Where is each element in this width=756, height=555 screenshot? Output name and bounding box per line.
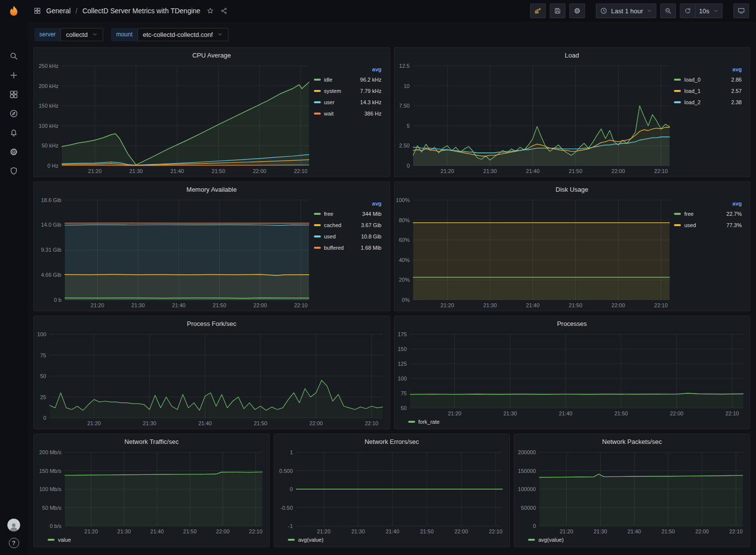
dashboard-settings-button[interactable] xyxy=(569,3,585,18)
panel-title[interactable]: Disk Usage xyxy=(556,186,588,193)
variable-server-label: server xyxy=(34,28,60,41)
panel-header[interactable]: CPU Average xyxy=(34,48,390,62)
legend-series-swatch xyxy=(314,213,321,215)
svg-text:21:30: 21:30 xyxy=(117,528,131,534)
add-panel-button[interactable] xyxy=(530,3,546,18)
panel-title[interactable]: Load xyxy=(565,52,579,59)
legend-item[interactable]: fork_rate xyxy=(408,417,440,427)
dashboard-title[interactable]: CollectD Server Metrics with TDengine xyxy=(83,7,200,15)
svg-text:0: 0 xyxy=(43,415,46,421)
panel-header[interactable]: Network Packets/sec xyxy=(514,434,750,449)
panel-header[interactable]: Processes xyxy=(394,316,750,331)
star-dashboard-button[interactable] xyxy=(206,7,214,15)
legend-series-swatch xyxy=(288,539,295,541)
panel-network-traffic: Network Traffic/sec 0 b/s50 Mb/s100 Mb/s… xyxy=(33,434,270,547)
sidebar-alerting-button[interactable] xyxy=(0,123,28,142)
legend-series-value: 1.68 Mib xyxy=(361,245,381,251)
sidebar-configuration-button[interactable] xyxy=(0,142,28,161)
legend-item[interactable]: avg(value) xyxy=(528,535,563,545)
legend-item[interactable]: cached3.67 Gib xyxy=(314,219,382,231)
time-range-picker-button[interactable]: Last 1 hour xyxy=(596,3,656,18)
legend-series-name: user xyxy=(324,99,335,105)
sidebar-explore-button[interactable] xyxy=(0,104,28,123)
panel-title[interactable]: Process Fork/sec xyxy=(187,320,236,327)
legend-series-value: 2.86 xyxy=(731,77,742,83)
user-avatar[interactable] xyxy=(7,519,20,531)
svg-text:75: 75 xyxy=(40,352,46,358)
svg-text:1: 1 xyxy=(290,449,293,455)
legend-item[interactable]: free344 Mib xyxy=(314,208,382,219)
svg-text:4.66 Gib: 4.66 Gib xyxy=(41,272,61,278)
process-fork-chart[interactable]: 025507510021:2021:3021:4021:5022:0022:10 xyxy=(35,331,387,427)
disk-usage-legend: avgfree22.7%used77.3% xyxy=(673,197,747,309)
legend-item[interactable]: used10.8 Gib xyxy=(314,231,382,242)
panel-title[interactable]: Memory Available xyxy=(187,186,237,193)
refresh-group: 10s xyxy=(680,3,723,18)
network-packets-chart[interactable]: 05000010000015000020000021:2021:3021:402… xyxy=(515,449,747,535)
variable-server-picker[interactable]: collectd xyxy=(60,28,103,41)
panel-cpu-average: CPU Average 0 Hz50 kHz100 kHz150 kHz200 … xyxy=(33,47,390,177)
save-dashboard-button[interactable] xyxy=(550,3,565,18)
refresh-interval-button[interactable]: 10s xyxy=(696,3,723,18)
legend-item[interactable]: load_22.38 xyxy=(674,96,742,108)
panel-header[interactable]: Network Traffic/sec xyxy=(34,434,269,449)
legend-item[interactable]: avg(value) xyxy=(288,535,323,545)
variable-mount-picker[interactable]: etc-collectd-collectd.conf xyxy=(138,28,228,41)
help-button[interactable]: ? xyxy=(9,538,19,548)
svg-text:60%: 60% xyxy=(398,237,409,243)
panel-header[interactable]: Disk Usage xyxy=(394,182,750,197)
panel-header[interactable]: Load xyxy=(394,48,750,62)
variable-mount-label: mount xyxy=(111,28,137,41)
svg-text:21:30: 21:30 xyxy=(483,168,497,174)
load-legend: avgload_02.86load_12.57load_22.38 xyxy=(673,62,747,175)
legend-item[interactable]: wait386 Hz xyxy=(314,108,382,119)
svg-text:0%: 0% xyxy=(402,297,410,303)
legend-item[interactable]: used77.3% xyxy=(674,219,742,231)
zoom-out-time-button[interactable] xyxy=(660,3,676,18)
legend-series-swatch xyxy=(528,539,535,541)
legend-series-value: 2.38 xyxy=(731,99,742,105)
sidebar-search-button[interactable] xyxy=(0,46,28,65)
legend-item[interactable]: free22.7% xyxy=(674,208,742,219)
legend-item[interactable]: user14.3 kHz xyxy=(314,96,382,108)
sidebar-server-admin-button[interactable] xyxy=(0,161,28,180)
svg-text:250 kHz: 250 kHz xyxy=(39,63,58,69)
processes-chart[interactable]: 507510012515017521:2021:3021:4021:5022:0… xyxy=(395,331,747,417)
network-errors-chart[interactable]: -1-0.5000.500121:2021:3021:4021:5022:002… xyxy=(275,449,506,535)
svg-text:75: 75 xyxy=(400,390,406,396)
svg-text:21:40: 21:40 xyxy=(198,420,212,426)
network-traffic-chart[interactable]: 0 b/s50 Mb/s100 Mb/s150 Mb/s200 Mb/s21:2… xyxy=(35,449,266,535)
panel-header[interactable]: Network Errors/sec xyxy=(274,434,509,449)
legend-item[interactable]: buffered1.68 Mib xyxy=(314,242,382,253)
svg-text:22:00: 22:00 xyxy=(253,168,267,174)
sidebar-dashboards-button[interactable] xyxy=(0,85,28,104)
legend-item[interactable]: value xyxy=(48,535,71,545)
cpu-average-chart[interactable]: 0 Hz50 kHz100 kHz150 kHz200 kHz250 kHz21… xyxy=(35,62,313,175)
legend-series-name: load_0 xyxy=(684,77,700,83)
grafana-logo-button[interactable] xyxy=(0,0,28,24)
legend-item[interactable]: idle96.2 kHz xyxy=(314,74,382,85)
legend-item[interactable]: load_12.57 xyxy=(674,85,742,96)
legend-series-name: idle xyxy=(324,77,333,83)
sidebar-create-button[interactable] xyxy=(0,65,28,85)
legend-item[interactable]: system7.79 kHz xyxy=(314,85,382,96)
svg-text:21:40: 21:40 xyxy=(559,410,572,416)
breadcrumb-folder-link[interactable]: General xyxy=(46,7,71,15)
panel-title[interactable]: CPU Average xyxy=(192,52,231,59)
panel-header[interactable]: Memory Available xyxy=(34,182,390,197)
panel-title[interactable]: Network Traffic/sec xyxy=(124,438,178,445)
memory-available-chart[interactable]: 0 b4.66 Gib9.31 Gib14.0 Gib18.6 Gib21:20… xyxy=(35,197,313,309)
legend-item[interactable]: load_02.86 xyxy=(674,74,742,85)
disk-usage-chart[interactable]: 0%20%40%60%80%100%21:2021:3021:4021:5022… xyxy=(395,197,673,309)
panel-network-packets: Network Packets/sec 05000010000015000020… xyxy=(514,434,750,547)
load-chart[interactable]: 02.5057.501012.521:2021:3021:4021:5022:0… xyxy=(395,62,673,175)
panel-title[interactable]: Processes xyxy=(557,320,587,327)
share-dashboard-button[interactable] xyxy=(220,7,228,15)
refresh-button[interactable] xyxy=(680,3,696,18)
panel-title[interactable]: Network Errors/sec xyxy=(364,438,419,445)
cycle-view-button[interactable] xyxy=(733,3,749,18)
share-icon xyxy=(220,7,228,15)
chevron-down-icon xyxy=(646,8,652,14)
panel-header[interactable]: Process Fork/sec xyxy=(34,316,390,331)
panel-title[interactable]: Network Packets/sec xyxy=(602,438,662,445)
